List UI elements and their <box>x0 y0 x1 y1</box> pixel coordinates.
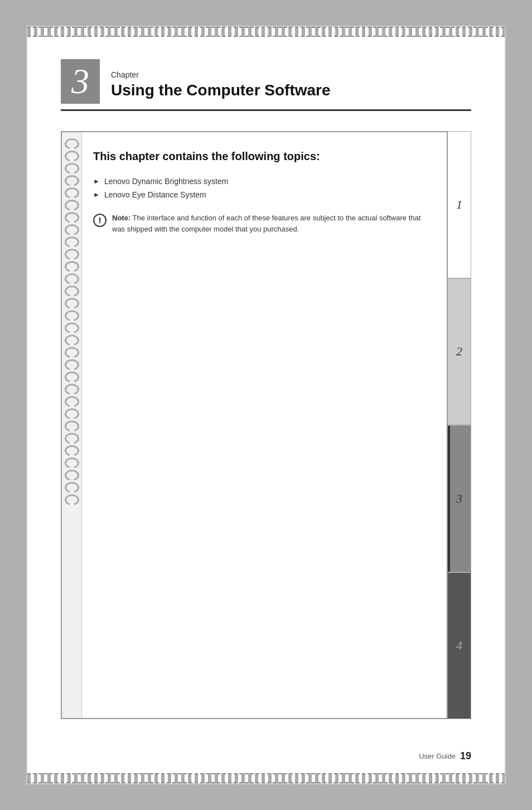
spiral-ring <box>65 175 79 186</box>
spiral-ring <box>65 273 79 285</box>
tab-2[interactable]: 2 <box>448 278 471 426</box>
top-stripe <box>27 27 505 37</box>
notebook: This chapter contains the following topi… <box>61 131 448 719</box>
spiral-ring <box>65 433 79 444</box>
arrow-icon: ► <box>93 177 100 185</box>
page-footer: User Guide 19 <box>27 741 505 773</box>
spiral-ring <box>65 249 79 260</box>
tab-2-label: 2 <box>456 344 462 359</box>
page-content: 3 Chapter Using the Computer Software <box>27 37 505 741</box>
tab-1[interactable]: 1 <box>448 131 471 278</box>
page-container: 3 Chapter Using the Computer Software <box>26 26 506 784</box>
spiral-ring <box>65 372 79 383</box>
chapter-label: Chapter <box>111 70 331 79</box>
list-item: ► Lenovo Eye Distance System <box>93 190 430 199</box>
spiral-ring <box>65 396 79 407</box>
arrow-icon: ► <box>93 191 100 199</box>
spiral-ring <box>65 335 79 346</box>
spiral-ring <box>65 359 79 370</box>
tab-4-label: 4 <box>456 638 462 653</box>
spiral-ring <box>65 298 79 309</box>
spiral-ring <box>65 494 79 505</box>
chapter-label-title: Chapter Using the Computer Software <box>111 70 331 104</box>
spiral-ring <box>65 347 79 358</box>
chapter-tabs: 1 2 3 4 <box>448 131 471 719</box>
spiral-ring <box>65 470 79 481</box>
spiral-ring <box>65 261 79 272</box>
chapter-number-box: 3 <box>61 59 100 104</box>
chapter-title: Using the Computer Software <box>111 81 331 99</box>
spiral-ring <box>65 237 79 248</box>
topic-text: Lenovo Eye Distance System <box>104 190 206 199</box>
spiral-ring <box>65 457 79 469</box>
topic-list: ► Lenovo Dynamic Brightness system ► Len… <box>93 177 430 199</box>
bottom-stripe <box>27 773 505 783</box>
tab-4[interactable]: 4 <box>448 572 471 720</box>
spiral-ring <box>65 286 79 297</box>
spiral-ring <box>65 224 79 235</box>
footer-label: User Guide <box>419 752 456 760</box>
spiral-ring <box>65 384 79 395</box>
spiral-ring <box>65 445 79 456</box>
spiral-ring <box>65 151 79 162</box>
note-label: Note: <box>112 214 130 222</box>
chapter-divider <box>61 109 471 111</box>
footer-page-number: 19 <box>460 750 471 762</box>
chapter-header: 3 Chapter Using the Computer Software <box>61 59 471 104</box>
list-item: ► Lenovo Dynamic Brightness system <box>93 177 430 186</box>
spiral-ring <box>65 212 79 223</box>
spiral-ring <box>65 322 79 334</box>
spiral-ring <box>65 408 79 420</box>
spiral-ring <box>65 421 79 432</box>
note-icon: ! <box>93 214 107 227</box>
active-tab-indicator <box>448 426 450 572</box>
main-area: This chapter contains the following topi… <box>61 131 471 719</box>
notebook-content: This chapter contains the following topi… <box>82 132 447 718</box>
spiral-ring <box>65 163 79 174</box>
tab-1-label: 1 <box>456 197 462 212</box>
spiral-binding <box>62 132 82 718</box>
tab-3[interactable]: 3 <box>448 425 471 572</box>
note-box: ! Note: The interface and function of ea… <box>93 213 430 234</box>
tab-3-label: 3 <box>456 491 462 506</box>
note-text: Note: The interface and function of each… <box>112 213 430 234</box>
spiral-ring <box>65 187 79 199</box>
spiral-ring <box>65 482 79 493</box>
spiral-ring <box>65 310 79 321</box>
spiral-ring <box>65 200 79 211</box>
note-body: The interface and function of each of th… <box>112 214 420 233</box>
notebook-heading: This chapter contains the following topi… <box>93 149 430 163</box>
spiral-ring <box>65 138 79 150</box>
topic-text: Lenovo Dynamic Brightness system <box>104 177 229 186</box>
chapter-number: 3 <box>71 64 89 99</box>
